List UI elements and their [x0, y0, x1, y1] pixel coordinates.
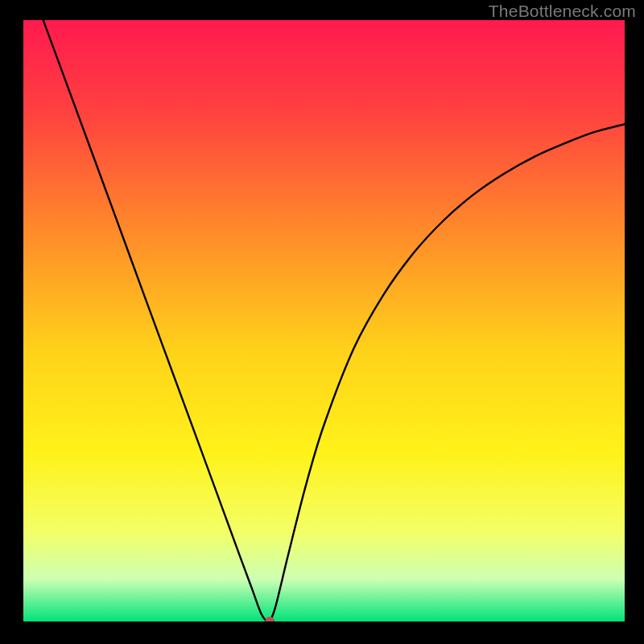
plot-area — [23, 20, 625, 621]
chart-svg — [23, 20, 625, 621]
watermark-text: TheBottleneck.com — [489, 2, 636, 21]
chart-background — [23, 20, 625, 621]
chart-frame: TheBottleneck.com — [0, 0, 644, 644]
